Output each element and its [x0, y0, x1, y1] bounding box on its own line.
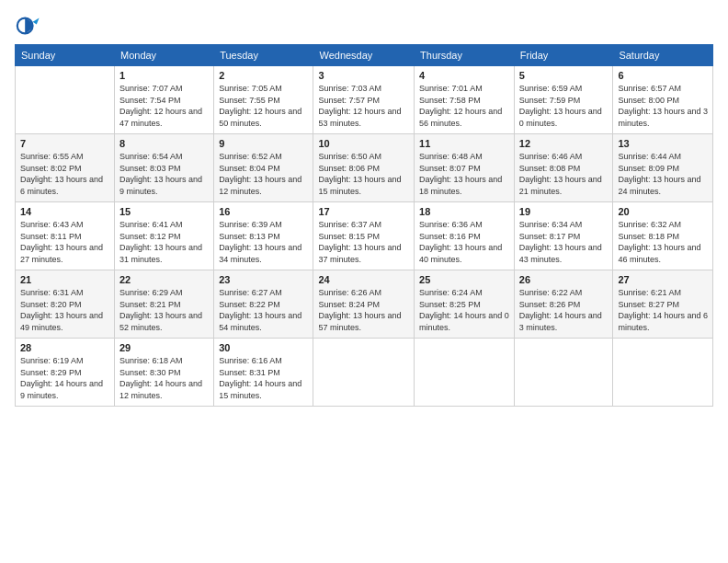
- day-info: Sunrise: 6:24 AMSunset: 8:25 PMDaylight:…: [419, 287, 509, 333]
- day-cell: 3Sunrise: 7:03 AMSunset: 7:57 PMDaylight…: [313, 66, 415, 134]
- week-row-3: 14Sunrise: 6:43 AMSunset: 8:11 PMDayligh…: [16, 202, 713, 270]
- day-number: 9: [219, 138, 308, 149]
- day-number: 21: [20, 274, 109, 285]
- day-cell: 6Sunrise: 6:57 AMSunset: 8:00 PMDaylight…: [613, 66, 713, 134]
- day-info: Sunrise: 6:26 AMSunset: 8:24 PMDaylight:…: [318, 287, 409, 333]
- day-info: Sunrise: 6:22 AMSunset: 8:26 PMDaylight:…: [519, 287, 609, 333]
- day-number: 7: [20, 138, 109, 149]
- day-cell: 17Sunrise: 6:37 AMSunset: 8:15 PMDayligh…: [313, 202, 415, 270]
- day-number: 18: [419, 206, 509, 217]
- day-number: 16: [219, 206, 308, 217]
- day-cell: 25Sunrise: 6:24 AMSunset: 8:25 PMDayligh…: [415, 270, 515, 339]
- day-info: Sunrise: 6:18 AMSunset: 8:30 PMDaylight:…: [119, 355, 209, 401]
- day-info: Sunrise: 6:32 AMSunset: 8:18 PMDaylight:…: [618, 219, 708, 265]
- day-cell: 16Sunrise: 6:39 AMSunset: 8:13 PMDayligh…: [214, 202, 313, 270]
- week-row-5: 28Sunrise: 6:19 AMSunset: 8:29 PMDayligh…: [16, 339, 713, 407]
- day-cell: [514, 339, 613, 407]
- day-number: 13: [618, 138, 708, 149]
- day-info: Sunrise: 6:34 AMSunset: 8:17 PMDaylight:…: [519, 219, 609, 265]
- day-info: Sunrise: 6:37 AMSunset: 8:15 PMDaylight:…: [318, 219, 409, 265]
- day-cell: 5Sunrise: 6:59 AMSunset: 7:59 PMDaylight…: [514, 66, 613, 134]
- day-number: 12: [519, 138, 609, 149]
- week-row-1: 1Sunrise: 7:07 AMSunset: 7:54 PMDaylight…: [16, 66, 713, 134]
- day-number: 2: [219, 70, 308, 81]
- day-number: 6: [618, 70, 708, 81]
- page-container: SundayMondayTuesdayWednesdayThursdayFrid…: [0, 0, 728, 416]
- column-header-saturday: Saturday: [613, 45, 713, 66]
- day-number: 4: [419, 70, 509, 81]
- day-info: Sunrise: 6:50 AMSunset: 8:06 PMDaylight:…: [318, 151, 409, 197]
- day-cell: 15Sunrise: 6:41 AMSunset: 8:12 PMDayligh…: [114, 202, 213, 270]
- day-number: 14: [20, 206, 109, 217]
- day-cell: 13Sunrise: 6:44 AMSunset: 8:09 PMDayligh…: [613, 134, 713, 202]
- day-cell: 24Sunrise: 6:26 AMSunset: 8:24 PMDayligh…: [313, 270, 415, 339]
- column-header-thursday: Thursday: [415, 45, 515, 66]
- day-cell: 9Sunrise: 6:52 AMSunset: 8:04 PMDaylight…: [214, 134, 313, 202]
- day-cell: 29Sunrise: 6:18 AMSunset: 8:30 PMDayligh…: [114, 339, 213, 407]
- day-info: Sunrise: 6:27 AMSunset: 8:22 PMDaylight:…: [219, 287, 308, 333]
- day-cell: 18Sunrise: 6:36 AMSunset: 8:16 PMDayligh…: [415, 202, 515, 270]
- day-info: Sunrise: 6:59 AMSunset: 7:59 PMDaylight:…: [519, 83, 609, 129]
- day-cell: 1Sunrise: 7:07 AMSunset: 7:54 PMDaylight…: [114, 66, 213, 134]
- day-number: 8: [119, 138, 209, 149]
- day-number: 26: [519, 274, 609, 285]
- day-info: Sunrise: 6:21 AMSunset: 8:27 PMDaylight:…: [618, 287, 708, 333]
- day-number: 10: [318, 138, 409, 149]
- day-cell: [613, 339, 713, 407]
- day-cell: [415, 339, 515, 407]
- logo: [15, 13, 42, 39]
- day-info: Sunrise: 6:43 AMSunset: 8:11 PMDaylight:…: [20, 219, 109, 265]
- day-info: Sunrise: 6:19 AMSunset: 8:29 PMDaylight:…: [20, 355, 109, 401]
- header-row: SundayMondayTuesdayWednesdayThursdayFrid…: [16, 45, 713, 66]
- day-cell: [16, 66, 115, 134]
- day-cell: 27Sunrise: 6:21 AMSunset: 8:27 PMDayligh…: [613, 270, 713, 339]
- day-cell: 4Sunrise: 7:01 AMSunset: 7:58 PMDaylight…: [415, 66, 515, 134]
- day-number: 29: [119, 342, 209, 353]
- column-header-tuesday: Tuesday: [214, 45, 313, 66]
- day-number: 17: [318, 206, 409, 217]
- day-number: 27: [618, 274, 708, 285]
- day-info: Sunrise: 6:41 AMSunset: 8:12 PMDaylight:…: [119, 219, 209, 265]
- week-row-2: 7Sunrise: 6:55 AMSunset: 8:02 PMDaylight…: [16, 134, 713, 202]
- day-number: 5: [519, 70, 609, 81]
- column-header-sunday: Sunday: [16, 45, 115, 66]
- day-info: Sunrise: 7:01 AMSunset: 7:58 PMDaylight:…: [419, 83, 509, 129]
- day-cell: 19Sunrise: 6:34 AMSunset: 8:17 PMDayligh…: [514, 202, 613, 270]
- day-info: Sunrise: 6:54 AMSunset: 8:03 PMDaylight:…: [119, 151, 209, 197]
- day-number: 19: [519, 206, 609, 217]
- day-cell: 8Sunrise: 6:54 AMSunset: 8:03 PMDaylight…: [114, 134, 213, 202]
- day-cell: 22Sunrise: 6:29 AMSunset: 8:21 PMDayligh…: [114, 270, 213, 339]
- day-info: Sunrise: 6:46 AMSunset: 8:08 PMDaylight:…: [519, 151, 609, 197]
- day-info: Sunrise: 7:07 AMSunset: 7:54 PMDaylight:…: [119, 83, 209, 129]
- day-info: Sunrise: 6:39 AMSunset: 8:13 PMDaylight:…: [219, 219, 308, 265]
- day-info: Sunrise: 6:57 AMSunset: 8:00 PMDaylight:…: [618, 83, 708, 129]
- day-number: 20: [618, 206, 708, 217]
- column-header-wednesday: Wednesday: [313, 45, 415, 66]
- day-number: 25: [419, 274, 509, 285]
- day-number: 22: [119, 274, 209, 285]
- header: [15, 13, 713, 39]
- day-info: Sunrise: 6:29 AMSunset: 8:21 PMDaylight:…: [119, 287, 209, 333]
- day-number: 1: [119, 70, 209, 81]
- day-cell: 21Sunrise: 6:31 AMSunset: 8:20 PMDayligh…: [16, 270, 115, 339]
- day-number: 3: [318, 70, 409, 81]
- week-row-4: 21Sunrise: 6:31 AMSunset: 8:20 PMDayligh…: [16, 270, 713, 339]
- day-number: 24: [318, 274, 409, 285]
- day-cell: 30Sunrise: 6:16 AMSunset: 8:31 PMDayligh…: [214, 339, 313, 407]
- day-cell: 28Sunrise: 6:19 AMSunset: 8:29 PMDayligh…: [16, 339, 115, 407]
- day-number: 30: [219, 342, 308, 353]
- day-number: 11: [419, 138, 509, 149]
- day-info: Sunrise: 6:55 AMSunset: 8:02 PMDaylight:…: [20, 151, 109, 197]
- column-header-monday: Monday: [114, 45, 213, 66]
- day-cell: 23Sunrise: 6:27 AMSunset: 8:22 PMDayligh…: [214, 270, 313, 339]
- day-number: 28: [20, 342, 109, 353]
- column-header-friday: Friday: [514, 45, 613, 66]
- day-info: Sunrise: 6:48 AMSunset: 8:07 PMDaylight:…: [419, 151, 509, 197]
- logo-icon: [15, 13, 40, 39]
- day-info: Sunrise: 6:31 AMSunset: 8:20 PMDaylight:…: [20, 287, 109, 333]
- day-info: Sunrise: 6:52 AMSunset: 8:04 PMDaylight:…: [219, 151, 308, 197]
- day-cell: 14Sunrise: 6:43 AMSunset: 8:11 PMDayligh…: [16, 202, 115, 270]
- day-cell: 26Sunrise: 6:22 AMSunset: 8:26 PMDayligh…: [514, 270, 613, 339]
- day-number: 23: [219, 274, 308, 285]
- day-cell: 20Sunrise: 6:32 AMSunset: 8:18 PMDayligh…: [613, 202, 713, 270]
